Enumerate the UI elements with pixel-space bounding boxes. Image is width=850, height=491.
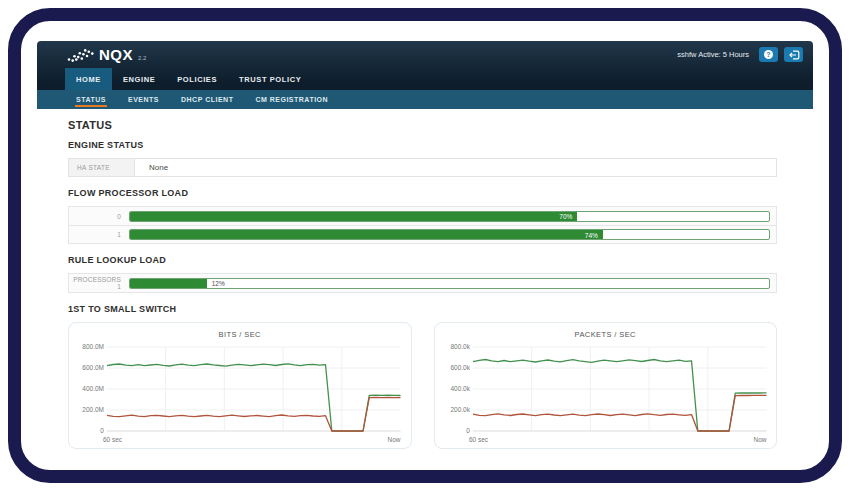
switch-section-heading: 1ST TO SMALL SWITCH (68, 304, 777, 314)
progress-track: 12% (129, 278, 770, 289)
progress-fill: 70% (130, 212, 577, 221)
help-button[interactable]: ? (759, 47, 778, 62)
svg-text:400.0k: 400.0k (450, 385, 470, 392)
progress-label: 70% (559, 213, 572, 220)
bits-per-sec-chart: 0200.0M400.0M600.0M800.0M60 secNow (75, 341, 405, 445)
svg-text:Now: Now (753, 436, 766, 443)
svg-text:800.0M: 800.0M (82, 343, 104, 350)
logout-button[interactable] (784, 47, 803, 62)
svg-text:Now: Now (388, 436, 401, 443)
page-content: STATUS ENGINE STATUS HA STATE None FLOW … (37, 109, 813, 449)
session-status-text: sshfw Active: 5 Hours (677, 50, 749, 59)
svg-text:0: 0 (100, 427, 104, 434)
progress-label: 12% (212, 280, 225, 287)
nav-item-trust-policy[interactable]: TRUST POLICY (228, 68, 312, 90)
processor-label: PROCESSORS 1 (69, 276, 129, 290)
svg-text:0: 0 (466, 427, 470, 434)
question-mark-icon: ? (764, 50, 773, 59)
nqx-logo: NQX 2.2 (67, 48, 146, 62)
svg-text:600.0M: 600.0M (82, 364, 104, 371)
sub-nav: STATUS EVENTS DHCP CLIENT CM REGISTRATIO… (37, 90, 813, 109)
rule-lookup-load-heading: RULE LOOKUP LOAD (68, 255, 777, 265)
subnav-item-events[interactable]: EVENTS (117, 90, 170, 109)
ha-state-value: None (135, 159, 776, 176)
svg-text:400.0M: 400.0M (82, 385, 104, 392)
screenshot-stage: NQX 2.2 sshfw Active: 5 Hours ? (0, 0, 850, 491)
engine-status-heading: ENGINE STATUS (68, 140, 777, 150)
progress-fill: 12% (130, 279, 207, 288)
progress-fill: 74% (130, 230, 603, 239)
chart-title-packets: PACKETS / SEC (441, 330, 771, 339)
flow-processor-load-heading: FLOW PROCESSOR LOAD (68, 188, 777, 198)
bits-per-sec-chart-panel: BITS / SEC 0200.0M400.0M600.0M800.0M60 s… (68, 322, 412, 449)
subnav-item-cm-registration[interactable]: CM REGISTRATION (244, 90, 339, 109)
main-nav: HOME ENGINE POLICIES TRUST POLICY (37, 68, 813, 90)
page-title: STATUS (68, 119, 777, 131)
logo-text: NQX (99, 48, 133, 62)
progress-track: 70% (129, 211, 770, 222)
progress-label: 74% (585, 231, 598, 238)
ha-state-row: HA STATE None (68, 158, 777, 177)
svg-text:600.0k: 600.0k (450, 364, 470, 371)
packets-per-sec-chart-panel: PACKETS / SEC 0200.0k400.0k600.0k800.0k6… (434, 322, 778, 449)
nav-item-policies[interactable]: POLICIES (166, 68, 228, 90)
svg-text:200.0k: 200.0k (450, 406, 470, 413)
rule-lookup-load-table: PROCESSORS 1 12% (68, 273, 777, 293)
subnav-item-status[interactable]: STATUS (65, 90, 117, 109)
progress-track: 74% (129, 229, 770, 240)
chart-title-bits: BITS / SEC (75, 330, 405, 339)
svg-text:200.0M: 200.0M (82, 406, 104, 413)
svg-text:60 sec: 60 sec (468, 436, 488, 443)
nav-item-engine[interactable]: ENGINE (112, 68, 166, 90)
flow-processor-row-0: 0 70% (69, 207, 776, 225)
svg-text:800.0k: 800.0k (450, 343, 470, 350)
nav-item-home[interactable]: HOME (65, 68, 112, 90)
ha-state-label: HA STATE (69, 159, 135, 176)
svg-text:60 sec: 60 sec (103, 436, 123, 443)
nqx-app-window: NQX 2.2 sshfw Active: 5 Hours ? (37, 41, 813, 449)
logout-icon (788, 50, 800, 60)
app-header: NQX 2.2 sshfw Active: 5 Hours ? (37, 41, 813, 90)
rule-lookup-row: PROCESSORS 1 12% (69, 274, 776, 292)
charts-row: BITS / SEC 0200.0M400.0M600.0M800.0M60 s… (68, 322, 777, 449)
processor-label: 1 (69, 231, 129, 238)
processor-label: 0 (69, 213, 129, 220)
logo-version: 2.2 (138, 55, 146, 62)
flow-processor-load-table: 0 70% 1 74% (68, 206, 777, 244)
subnav-item-dhcp-client[interactable]: DHCP CLIENT (170, 90, 244, 109)
flow-processor-row-1: 1 74% (69, 225, 776, 243)
nqx-logo-dots-icon (67, 48, 94, 62)
packets-per-sec-chart: 0200.0k400.0k600.0k800.0k60 secNow (441, 341, 771, 445)
